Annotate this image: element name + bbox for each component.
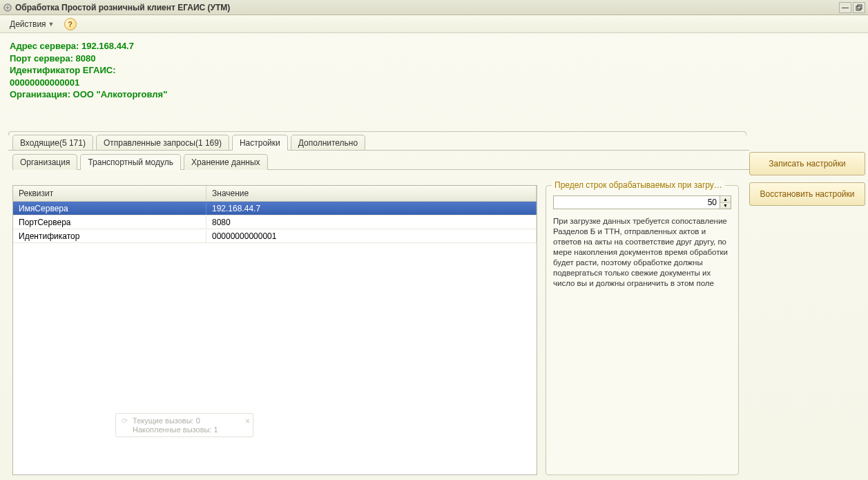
refresh-icon: ⟳ [122,416,128,425]
title-bar: Обработка Простой розничный клиент ЕГАИС… [0,0,868,15]
maximize-button[interactable] [853,2,865,13]
row-limit-input[interactable] [553,195,720,209]
tab-sent-requests[interactable]: Отправленные запросы(1 169) [96,135,229,151]
cell-name: ПортСервера [13,216,206,229]
table-row[interactable]: Идентификатор 00000000000001 [13,229,537,243]
col-value[interactable]: Значение [206,186,537,201]
cell-value: 8080 [206,216,537,229]
tab-settings[interactable]: Настройки [232,135,288,151]
chevron-down-icon: ▼ [48,21,55,28]
cell-value: 00000000000001 [206,230,537,242]
tabs-inner: Организация Транспортный модуль Хранение… [12,154,749,170]
table-header: Реквизит Значение [13,186,537,202]
info-egais-id-label: Идентификатор ЕГАИС: [10,64,858,77]
settings-table: Реквизит Значение ИмяСервера 192.168.44.… [12,185,537,475]
info-organization: Организация: ООО "Алкоторговля" [10,88,858,101]
spinner-up-icon[interactable]: ▲ [720,196,731,203]
server-info: Адрес сервера: 192.168.44.7 Порт сервера… [0,33,868,109]
side-buttons: Записать настройки Восстановить настройк… [749,131,868,480]
help-icon[interactable]: ? [64,18,77,30]
tab-data-storage[interactable]: Хранение данных [184,154,268,170]
row-limit-description: При загрузке данных требуется сопоставле… [553,216,731,289]
svg-rect-2 [858,5,862,9]
table-row[interactable]: ПортСервера 8080 [13,215,537,229]
tab-additional[interactable]: Дополнительно [291,135,365,151]
tooltip-current: Текущие вызовы: 0 [133,416,200,425]
actions-menu[interactable]: Действия ▼ [6,17,59,31]
row-limit-fieldset: Предел строк обрабатываемых при загру… ▲… [546,185,739,475]
info-egais-id-value: 00000000000001 [10,77,858,89]
save-settings-button[interactable]: Записать настройки [749,152,865,175]
tabs-outer: Входящие(5 171) Отправленные запросы(1 1… [8,135,749,151]
actions-label: Действия [10,19,46,29]
calls-tooltip: ⟳ Текущие вызовы: 0 Накопленные вызовы: … [115,413,253,437]
minimize-button[interactable]: — [839,2,851,13]
col-requisite[interactable]: Реквизит [13,186,206,201]
restore-settings-button[interactable]: Восстановить настройки [749,182,865,206]
info-server-port: Порт сервера: 8080 [10,52,858,65]
window-title: Обработка Простой розничный клиент ЕГАИС… [15,3,230,12]
row-limit-legend: Предел строк обрабатываемых при загру… [552,180,725,190]
tab-incoming[interactable]: Входящие(5 171) [12,135,93,151]
cell-name: ИмяСервера [13,202,206,215]
app-icon [3,3,12,12]
cell-value: 192.168.44.7 [206,202,537,215]
close-icon[interactable]: × [245,416,250,426]
tab-organization[interactable]: Организация [12,154,77,170]
cell-name: Идентификатор [13,230,206,242]
toolbar: Действия ▼ ? [0,15,868,33]
tab-transport-module[interactable]: Транспортный модуль [80,154,181,170]
table-row[interactable]: ИмяСервера 192.168.44.7 [13,202,537,215]
spinner-down-icon[interactable]: ▼ [720,203,731,209]
info-server-address: Адрес сервера: 192.168.44.7 [10,40,858,52]
svg-rect-1 [856,6,860,10]
tooltip-accumulated: Накопленные вызовы: 1 [133,425,218,434]
